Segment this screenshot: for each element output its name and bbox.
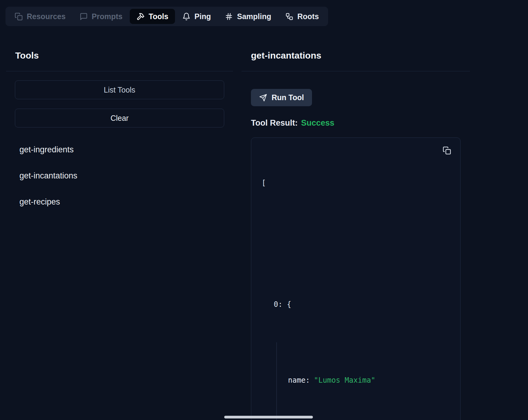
selected-tool-divider: [242, 71, 470, 71]
tree-hierarchy-icon: [285, 12, 293, 21]
tool-result-label: Tool Result:: [251, 118, 298, 127]
json-tree: [ 0: { name:"Lumos Maxima" language:"Lat…: [262, 145, 450, 420]
copy-result-button[interactable]: [443, 146, 451, 156]
tab-roots[interactable]: Roots: [279, 9, 326, 24]
tools-panel-divider: [6, 71, 233, 71]
tool-result-viewer: [ 0: { name:"Lumos Maxima" language:"Lat…: [251, 137, 461, 420]
json-entry-children: name:"Lumos Maxima" language:"Latin" aff…: [276, 342, 450, 420]
selected-tool-panel: get-incantations Run Tool Tool Result:Su…: [242, 50, 470, 420]
tool-result-status: Success: [301, 118, 334, 127]
hammer-icon: [136, 12, 145, 21]
run-tool-label: Run Tool: [272, 93, 304, 102]
json-field: language:"Latin": [288, 418, 450, 420]
tool-result-line: Tool Result:Success: [251, 118, 470, 128]
tool-list-item-get-recipes[interactable]: get-recipes: [19, 197, 60, 207]
tools-panel: Tools List Tools Clear get-ingredients g…: [6, 50, 233, 223]
json-entry-0: 0: { name:"Lumos Maxima" language:"Latin…: [274, 266, 450, 420]
json-entries: 0: { name:"Lumos Maxima" language:"Latin…: [274, 221, 450, 420]
tab-prompts[interactable]: Prompts: [73, 9, 129, 24]
tool-list-item-get-ingredients[interactable]: get-ingredients: [19, 144, 74, 155]
hash-icon: [225, 12, 233, 21]
horizontal-scrollbar-thumb[interactable]: [224, 416, 313, 418]
tab-bar: Resources Prompts Tools Ping Sampling Ro…: [5, 7, 328, 26]
tool-list: get-ingredients get-incantations get-rec…: [6, 144, 233, 207]
tab-prompts-label: Prompts: [92, 12, 122, 21]
tab-tools-label: Tools: [149, 12, 168, 21]
tool-list-item-get-incantations[interactable]: get-incantations: [19, 171, 77, 181]
send-icon: [259, 94, 267, 102]
tab-sampling[interactable]: Sampling: [218, 9, 278, 24]
tab-roots-label: Roots: [297, 12, 319, 21]
bell-icon: [182, 12, 190, 21]
resources-files-icon: [15, 12, 23, 21]
tab-ping-label: Ping: [194, 12, 211, 21]
run-tool-button[interactable]: Run Tool: [251, 89, 312, 106]
tab-resources-label: Resources: [27, 12, 66, 21]
json-field: name:"Lumos Maxima": [288, 373, 450, 388]
tab-resources[interactable]: Resources: [8, 9, 72, 24]
clear-button[interactable]: Clear: [15, 109, 224, 127]
selected-tool-title: get-incantations: [251, 50, 470, 61]
tab-tools[interactable]: Tools: [130, 9, 175, 24]
json-entry-open: 0: {: [274, 297, 450, 312]
json-root-open: [: [262, 175, 450, 191]
tab-sampling-label: Sampling: [237, 12, 271, 21]
copy-icon: [443, 146, 451, 155]
tab-ping[interactable]: Ping: [176, 9, 218, 24]
list-tools-button[interactable]: List Tools: [15, 80, 224, 99]
chat-bubble-icon: [80, 12, 88, 21]
tools-panel-title: Tools: [15, 50, 233, 61]
